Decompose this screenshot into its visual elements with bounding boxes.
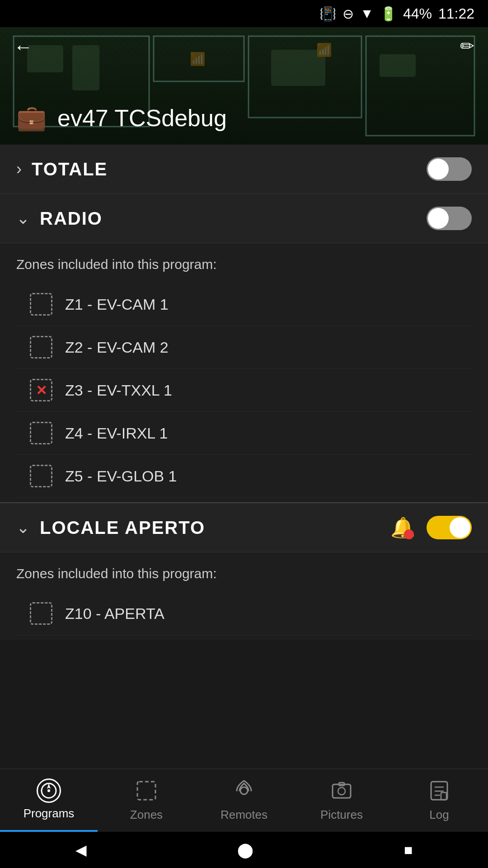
back-button[interactable]: ← (14, 36, 33, 58)
locale-row-left: ⌄ LOCALE APERTO (16, 518, 205, 538)
zone-checkbox-z10[interactable] (30, 602, 52, 625)
radio-zones-label: Zones included into this program: (16, 257, 472, 272)
zone-item-z5[interactable]: Z5 - EV-GLOB 1 (16, 455, 472, 498)
svg-point-11 (47, 789, 50, 792)
totale-label: TOTALE (32, 159, 108, 179)
svg-rect-14 (333, 784, 351, 798)
programs-icon (37, 778, 61, 803)
zone-name-z4: Z4 - EV-IRXL 1 (65, 425, 168, 442)
android-recent-button[interactable]: ■ (404, 842, 413, 859)
zone-name-z10: Z10 - APERTA (65, 605, 164, 623)
battery-percent: 44% (403, 5, 432, 22)
bell-container[interactable]: 🔔 (390, 516, 414, 539)
zone-name-z1: Z1 - EV-CAM 1 (65, 296, 169, 313)
radio-section-row[interactable]: ⌄ RADIO (0, 194, 488, 243)
zone-checkbox-z1[interactable] (30, 293, 52, 316)
radio-row-left: ⌄ RADIO (16, 208, 103, 229)
battery-icon: 🔋 (380, 6, 397, 22)
device-icon: 💼 (16, 104, 47, 132)
svg-rect-7 (380, 54, 416, 77)
locale-aperto-section-row[interactable]: ⌄ LOCALE APERTO 🔔 (0, 502, 488, 552)
svg-point-13 (240, 787, 248, 794)
radio-toggle-knob (428, 208, 449, 229)
radio-zones-section: Zones included into this program: Z1 - E… (0, 243, 488, 502)
wifi-icon: ▼ (360, 6, 374, 21)
svg-rect-21 (441, 793, 446, 800)
nav-item-log[interactable]: Log (390, 769, 488, 832)
zone-name-z5: Z5 - EV-GLOB 1 (65, 467, 177, 485)
svg-text:📶: 📶 (190, 52, 206, 66)
nav-item-zones[interactable]: Zones (98, 769, 195, 832)
android-back-button[interactable]: ◀ (75, 841, 87, 859)
android-home-button[interactable]: ⬤ (237, 841, 253, 859)
status-bar: 📳 ⊖ ▼ 🔋 44% 11:22 (0, 0, 488, 27)
header-banner: 📶 📶 ← ✏ 💼 ev47 TCSdebug (0, 27, 488, 145)
programs-label: Programs (23, 807, 75, 821)
main-content: › TOTALE ⌄ RADIO Zones included into thi… (0, 145, 488, 744)
svg-rect-4 (27, 45, 63, 72)
log-icon (427, 779, 451, 804)
totale-section-row[interactable]: › TOTALE (0, 145, 488, 194)
zone-checkbox-z2[interactable] (30, 336, 52, 359)
totale-row-left: › TOTALE (16, 159, 108, 179)
nav-item-remotes[interactable]: Remotes (195, 769, 293, 832)
pictures-label: Pictures (320, 808, 363, 822)
locale-chevron: ⌄ (16, 518, 30, 537)
zone-item-z1[interactable]: Z1 - EV-CAM 1 (16, 283, 472, 326)
radio-label: RADIO (40, 208, 103, 229)
log-label: Log (429, 808, 449, 822)
locale-toggle[interactable] (427, 516, 472, 539)
svg-rect-3 (366, 36, 474, 136)
totale-chevron: › (16, 160, 22, 179)
zone-item-z3[interactable]: Z3 - EV-TXXL 1 (16, 369, 472, 412)
zone-item-z4[interactable]: Z4 - EV-IRXL 1 (16, 412, 472, 455)
locale-zones-label: Zones included into this program: (16, 566, 472, 581)
zones-icon (135, 779, 158, 804)
locale-label: LOCALE APERTO (40, 518, 205, 538)
svg-point-15 (338, 788, 345, 795)
device-title: ev47 TCSdebug (57, 104, 227, 132)
radio-toggle[interactable] (427, 207, 472, 230)
dnd-icon: ⊖ (343, 6, 354, 22)
locale-zones-section: Zones included into this program: Z10 - … (0, 552, 488, 640)
header-content: 💼 ev47 TCSdebug (16, 104, 227, 132)
totale-toggle-knob (428, 159, 449, 179)
svg-rect-5 (72, 45, 99, 90)
clock: 11:22 (438, 5, 474, 22)
remotes-icon (232, 779, 256, 804)
zones-label: Zones (130, 808, 163, 822)
nav-item-pictures[interactable]: Pictures (293, 769, 390, 832)
zone-checkbox-z5[interactable] (30, 465, 52, 487)
bottom-nav: Programs Zones Remotes (0, 769, 488, 832)
zone-name-z3: Z3 - EV-TXXL 1 (65, 382, 172, 399)
status-icons: 📳 ⊖ ▼ 🔋 44% 11:22 (319, 5, 474, 22)
zone-name-z2: Z2 - EV-CAM 2 (65, 339, 169, 356)
nav-item-programs[interactable]: Programs (0, 769, 98, 832)
zone-checkbox-z3[interactable] (30, 379, 52, 401)
svg-text:📶: 📶 (316, 42, 332, 57)
totale-toggle[interactable] (427, 157, 472, 181)
zone-item-z10[interactable]: Z10 - APERTA (16, 592, 472, 635)
edit-button[interactable]: ✏ (460, 36, 474, 56)
android-nav-bar: ◀ ⬤ ■ (0, 832, 488, 868)
pictures-icon (330, 779, 353, 804)
svg-rect-12 (137, 782, 155, 800)
locale-toggle-knob (450, 517, 470, 538)
radio-chevron: ⌄ (16, 209, 30, 228)
zone-checkbox-z4[interactable] (30, 422, 52, 444)
bell-alert-dot (404, 529, 414, 539)
remotes-label: Remotes (221, 808, 267, 822)
zone-item-z2[interactable]: Z2 - EV-CAM 2 (16, 326, 472, 369)
vibrate-icon: 📳 (319, 6, 336, 22)
locale-right: 🔔 (390, 516, 472, 539)
